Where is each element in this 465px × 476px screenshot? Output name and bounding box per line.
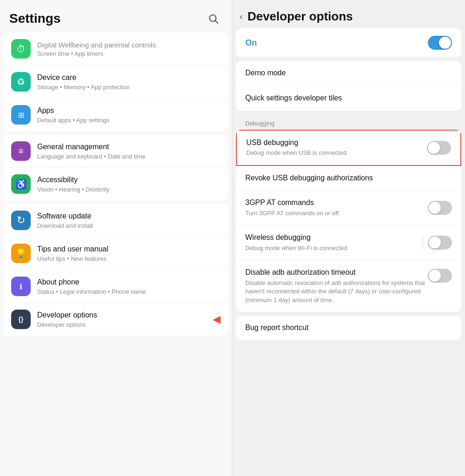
general-management-icon: ≡ [11,141,31,161]
sidebar-item-device-care[interactable]: ♻ Device care Storage • Memory • App pro… [4,66,228,99]
revoke-usb-item[interactable]: Revoke USB debugging authorizations [236,166,461,191]
debugging-section: USB debugging Debug mode when USB is con… [236,130,461,312]
sidebar-item-software-update[interactable]: ↻ Software update Download and install [4,204,228,237]
search-button[interactable] [204,9,223,28]
apps-title: Apps [37,106,221,116]
demo-mode-item[interactable]: Demo mode [236,61,461,86]
tips-manual-icon: 💡 [11,244,31,263]
usb-toggle-thumb [428,142,440,154]
developer-options-title: Developer options [37,311,209,320]
revoke-usb-title: Revoke USB debugging authorizations [245,173,452,183]
bug-report-item[interactable]: Bug report shortcut [236,316,461,340]
tips-manual-title: Tips and user manual [37,245,221,254]
developer-options-panel: ‹ Developer options On Demo mode Quick s… [232,0,465,476]
sidebar-item-developer-options[interactable]: {} Developer options Developer options ◀ [4,303,228,336]
about-phone-icon: ℹ [11,277,31,296]
on-toggle[interactable] [428,36,452,50]
apps-icon: ⊞ [11,105,31,125]
accessibility-title: Accessibility [37,175,221,185]
svg-line-1 [216,21,218,24]
top-items-section: Demo mode Quick settings developer tiles [236,61,461,111]
settings-group-3: ↻ Software update Download and install 💡… [4,204,228,336]
settings-group-1: ⏱ Digital Wellbeing and parental control… [4,33,228,131]
digital-wellbeing-icon: ⏱ [11,39,31,59]
3gpp-subtitle: Turn 3GPP AT commands on or off. [245,209,428,218]
disable-adb-toggle[interactable] [428,269,452,283]
software-update-subtitle: Download and install [37,222,221,229]
about-phone-title: About phone [37,278,221,287]
disable-adb-toggle-thumb [429,270,441,282]
software-update-title: Software update [37,212,221,221]
digital-wellbeing-subtitle: Screen time • App timers [37,50,221,57]
wireless-debugging-title: Wireless debugging [245,233,418,243]
bug-report-title: Bug report shortcut [245,323,452,333]
3gpp-toggle-thumb [429,202,441,214]
disable-adb-subtitle: Disable automatic revocation of adb auth… [245,279,428,304]
usb-debugging-item[interactable]: USB debugging Debug mode when USB is con… [236,130,461,166]
sidebar-item-accessibility[interactable]: ♿ Accessibility Vision • Hearing • Dexte… [4,168,228,200]
disable-adb-item[interactable]: Disable adb authorization timeout Disabl… [236,260,461,311]
settings-header: Settings [0,0,232,33]
general-management-title: General management [37,142,221,152]
sidebar-item-about-phone[interactable]: ℹ About phone Status • Legal information… [4,270,228,303]
device-care-icon: ♻ [11,72,31,92]
software-update-icon: ↻ [11,211,31,230]
usb-debugging-subtitle: Debug mode when USB is connected [246,149,427,157]
more-section: Bug report shortcut [236,316,461,340]
general-management-subtitle: Language and keyboard • Date and time [37,153,221,160]
tips-manual-subtitle: Useful tips • New features [37,255,221,262]
wireless-debugging-toggle[interactable] [428,236,452,250]
developer-options-header: ‹ Developer options [232,0,465,28]
device-care-subtitle: Storage • Memory • App protection [37,84,221,91]
developer-options-icon: {} [11,310,31,329]
toggle-thumb [439,37,451,49]
accessibility-subtitle: Vision • Hearing • Dexterity [37,186,221,193]
wireless-debugging-subtitle: Debug mode when Wi-Fi is connected [245,244,418,252]
wireless-toggle-thumb [429,237,441,249]
demo-mode-title: Demo mode [245,68,452,78]
separator [423,236,423,249]
on-section: On [236,28,461,57]
developer-options-title: Developer options [248,9,353,24]
settings-list: ⏱ Digital Wellbeing and parental control… [0,33,232,476]
apps-subtitle: Default apps • App settings [37,117,221,124]
disable-adb-title: Disable adb authorization timeout [245,268,428,278]
accessibility-icon: ♿ [11,174,31,194]
3gpp-title: 3GPP AT commands [245,198,428,208]
usb-debugging-title: USB debugging [246,138,427,148]
wireless-debugging-item[interactable]: Wireless debugging Debug mode when Wi-Fi… [236,225,461,260]
back-button[interactable]: ‹ [240,11,243,22]
quick-settings-item[interactable]: Quick settings developer tiles [236,86,461,111]
debugging-section-label: Debugging [236,114,461,130]
device-care-title: Device care [37,73,221,83]
3gpp-item[interactable]: 3GPP AT commands Turn 3GPP AT commands o… [236,191,461,225]
about-phone-subtitle: Status • Legal information • Phone name [37,288,221,295]
3gpp-toggle[interactable] [428,201,452,215]
on-label: On [245,38,257,48]
settings-title: Settings [9,11,60,26]
sidebar-item-general-management[interactable]: ≡ General management Language and keyboa… [4,135,228,168]
settings-group-2: ≡ General management Language and keyboa… [4,135,228,200]
settings-panel: Settings ⏱ Digital Wellbeing and parenta… [0,0,232,476]
quick-settings-title: Quick settings developer tiles [245,93,452,103]
sidebar-item-apps[interactable]: ⊞ Apps Default apps • App settings [4,99,228,131]
usb-debugging-toggle[interactable] [427,141,451,155]
red-arrow-icon: ◀ [213,313,221,325]
developer-options-content: On Demo mode Quick settings developer ti… [232,28,465,476]
sidebar-item-tips-manual[interactable]: 💡 Tips and user manual Useful tips • New… [4,237,228,270]
digital-wellbeing-title: Digital Wellbeing and parental controls [37,40,221,50]
sidebar-item-digital-wellbeing[interactable]: ⏱ Digital Wellbeing and parental control… [4,33,228,66]
developer-options-subtitle: Developer options [37,321,209,328]
